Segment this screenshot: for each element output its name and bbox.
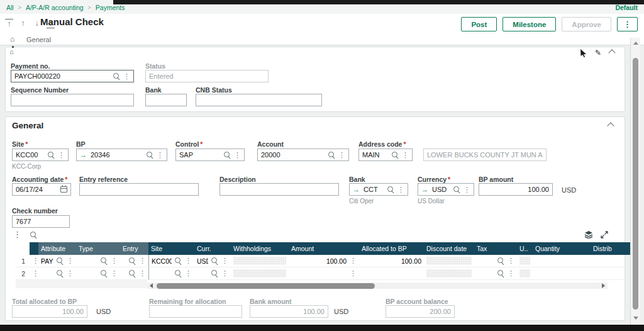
address-code-input[interactable]: MAIN ⋮	[358, 149, 413, 161]
search-icon[interactable]	[146, 151, 153, 159]
scroll-down-icon[interactable]	[633, 317, 638, 320]
scroll-up-icon[interactable]	[633, 42, 638, 45]
accounting-date-input[interactable]: 06/17/24	[12, 183, 71, 196]
control-input[interactable]: SAP ⋮	[175, 149, 245, 161]
kebab-icon[interactable]: ⋮	[338, 152, 345, 159]
grid-header-withholdings[interactable]: Withholdings	[231, 242, 289, 255]
previous-record-icon[interactable]: ↑	[19, 19, 27, 28]
search-icon[interactable]	[100, 270, 108, 278]
bp-input[interactable]: → 20346 ⋮	[76, 149, 167, 161]
grid-header-entry[interactable]: Entry	[120, 242, 148, 255]
grid-header-quantity[interactable]: Quantity	[533, 242, 591, 255]
grid-horizontal-scrollbar[interactable]	[147, 283, 608, 289]
jump-to-currency-icon[interactable]: →	[421, 186, 428, 193]
more-actions-button[interactable]: ⋮	[617, 17, 638, 31]
breadcrumb-payments[interactable]: Payments	[96, 4, 125, 11]
grid-row-1[interactable]: 1 ⋮ PAYIS⋮ ⋮ ⋮ KCC00⋮ USD⋮ 100.00⋮ 100.0…	[16, 255, 636, 267]
search-icon[interactable]	[223, 151, 231, 159]
kebab-icon[interactable]: ⋮	[508, 257, 514, 264]
expand-grid-icon[interactable]	[601, 231, 608, 238]
grid-header-u[interactable]: U..	[517, 242, 533, 255]
row-kebab-icon[interactable]: ⋮	[32, 257, 38, 264]
bp-amount-input[interactable]: 100.00	[479, 183, 553, 196]
jump-to-bp-icon[interactable]: →	[80, 151, 87, 159]
breadcrumb-all[interactable]: All	[6, 4, 14, 11]
search-icon[interactable]	[128, 270, 136, 278]
bank-input[interactable]	[145, 94, 187, 106]
kebab-icon[interactable]: ⋮	[139, 257, 146, 264]
description-input[interactable]	[219, 183, 339, 196]
kebab-icon[interactable]: ⋮	[111, 257, 118, 264]
cell-amount[interactable]: 100.00	[291, 257, 347, 265]
edit-pencil-icon[interactable]: ✎	[595, 48, 601, 57]
kebab-icon[interactable]: ⋮	[350, 257, 357, 264]
entry-reference-input[interactable]	[79, 183, 199, 196]
grid-header-amount[interactable]: Amount	[289, 242, 359, 255]
page-vertical-scrollbar[interactable]	[630, 38, 640, 325]
collapse-section-icon[interactable]	[607, 122, 614, 129]
kebab-icon[interactable]: ⋮	[464, 186, 470, 193]
grid-header-attribute[interactable]: Attribute	[38, 242, 76, 255]
home-tab-icon[interactable]: ⌂	[10, 35, 14, 43]
layers-icon[interactable]	[584, 231, 593, 238]
cell-allocated-to-bp[interactable]: 100.00	[362, 257, 421, 265]
grid-menu-kebab-icon[interactable]: ⋮	[13, 230, 21, 239]
kebab-icon[interactable]: ⋮	[397, 186, 404, 193]
kebab-icon[interactable]: ⋮	[185, 270, 192, 277]
search-icon[interactable]	[113, 72, 120, 80]
grid-header-type[interactable]: Type	[76, 242, 120, 255]
cell-attribute[interactable]: PAYIS	[41, 257, 53, 265]
breadcrumb-ap-ar-accounting[interactable]: A/P-A/R accounting	[26, 4, 84, 11]
row-kebab-icon[interactable]: ⋮	[32, 270, 38, 277]
grid-header-tax[interactable]: Tax	[474, 242, 517, 255]
search-icon[interactable]	[453, 186, 460, 193]
kebab-icon[interactable]: ⋮	[67, 270, 74, 277]
kebab-icon[interactable]: ⋮	[67, 257, 74, 264]
kebab-icon[interactable]: ⋮	[402, 152, 409, 159]
kebab-icon[interactable]: ⋮	[221, 270, 228, 277]
kebab-icon[interactable]: ⋮	[139, 270, 146, 277]
kebab-icon[interactable]: ⋮	[185, 257, 192, 264]
search-icon[interactable]	[56, 257, 64, 265]
grid-header-discount-date[interactable]: Discount date	[424, 242, 474, 255]
scroll-right-icon[interactable]	[602, 283, 605, 288]
vertical-scroll-thumb[interactable]	[633, 58, 638, 310]
account-input[interactable]: 20000 ⋮	[257, 149, 349, 161]
search-icon[interactable]	[497, 257, 504, 265]
cell-curr[interactable]: USD	[197, 257, 208, 265]
bank-code-input[interactable]: → CCT ⋮	[349, 183, 408, 196]
grid-header-distrib[interactable]: Distrib	[591, 242, 636, 255]
section-anchor-home-icon[interactable]: ⌂	[9, 48, 14, 55]
default-profile-link[interactable]: Default	[615, 4, 638, 11]
scroll-left-icon[interactable]	[150, 283, 153, 288]
search-icon[interactable]	[211, 257, 218, 265]
search-icon[interactable]	[387, 186, 394, 193]
grid-row-2[interactable]: 2 ⋮ ⋮ ⋮ ⋮ ⋮ ⋮ ⋮ ⋮	[16, 267, 636, 280]
search-icon[interactable]	[47, 151, 55, 159]
kebab-icon[interactable]: ⋮	[123, 73, 130, 80]
currency-input[interactable]: → USD ⋮	[418, 183, 474, 196]
grid-header-allocated-to-bp[interactable]: Allocated to BP	[359, 242, 424, 255]
kebab-icon[interactable]: ⋮	[221, 257, 228, 264]
kebab-icon[interactable]: ⋮	[350, 270, 357, 277]
kebab-icon[interactable]: ⋮	[111, 270, 118, 277]
pointer-cursor-icon[interactable]	[580, 49, 587, 57]
search-icon[interactable]	[174, 270, 182, 278]
grid-header-curr[interactable]: Curr.	[194, 242, 231, 255]
milestone-button[interactable]: Milestone	[502, 17, 556, 31]
kebab-icon[interactable]: ⋮	[58, 152, 65, 159]
horizontal-scroll-thumb[interactable]	[157, 283, 375, 289]
sequence-number-input[interactable]	[11, 94, 134, 106]
tab-general[interactable]: General	[26, 36, 51, 43]
cnb-status-input[interactable]	[196, 94, 322, 106]
collapse-panel-icon[interactable]	[608, 49, 615, 56]
post-button[interactable]: Post	[461, 17, 497, 31]
search-icon[interactable]	[56, 270, 64, 278]
cell-site[interactable]: KCC00	[152, 257, 172, 265]
site-input[interactable]: KCC00 ⋮	[12, 149, 69, 161]
grid-search-icon[interactable]	[30, 231, 37, 238]
kebab-icon[interactable]: ⋮	[508, 270, 514, 277]
search-icon[interactable]	[497, 270, 504, 278]
search-icon[interactable]	[391, 151, 399, 159]
grid-header-site[interactable]: Site	[148, 242, 194, 255]
